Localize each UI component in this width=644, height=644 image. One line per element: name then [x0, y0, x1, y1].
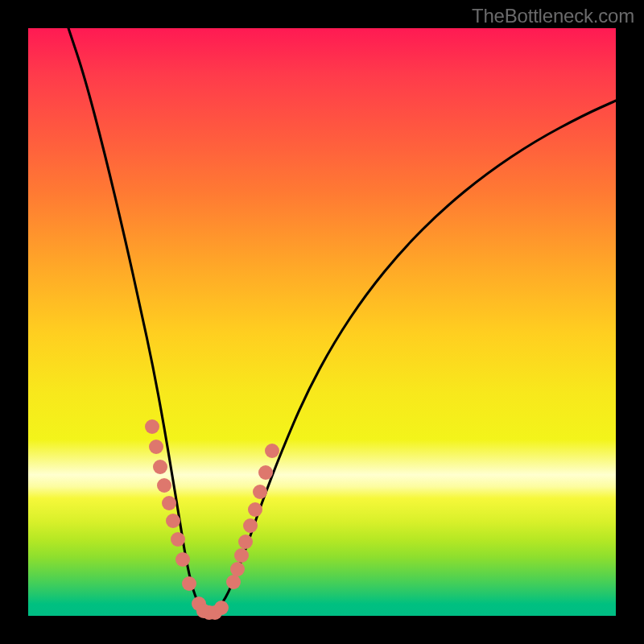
marker-dot [226, 575, 241, 589]
data-markers [145, 419, 279, 620]
marker-dot [145, 419, 159, 434]
marker-dot [243, 518, 258, 533]
marker-dot [171, 532, 185, 547]
watermark-text: TheBottleneck.com [472, 5, 634, 27]
marker-dot [248, 502, 262, 517]
chart-overlay [28, 28, 616, 616]
marker-dot [258, 465, 273, 480]
marker-dot [157, 478, 171, 493]
marker-dot [253, 485, 267, 499]
marker-dot [182, 576, 196, 591]
marker-dot [175, 552, 190, 567]
marker-dot [238, 535, 253, 549]
marker-dot [166, 514, 180, 528]
marker-dot [162, 496, 176, 510]
marker-dot [153, 460, 167, 474]
bottleneck-curve [68, 28, 616, 613]
marker-dot [149, 440, 163, 454]
marker-dot [230, 562, 245, 576]
marker-dot [265, 444, 279, 458]
marker-dot [214, 601, 229, 615]
marker-dot [234, 548, 249, 563]
outer-frame: TheBottleneck.com [0, 0, 644, 644]
